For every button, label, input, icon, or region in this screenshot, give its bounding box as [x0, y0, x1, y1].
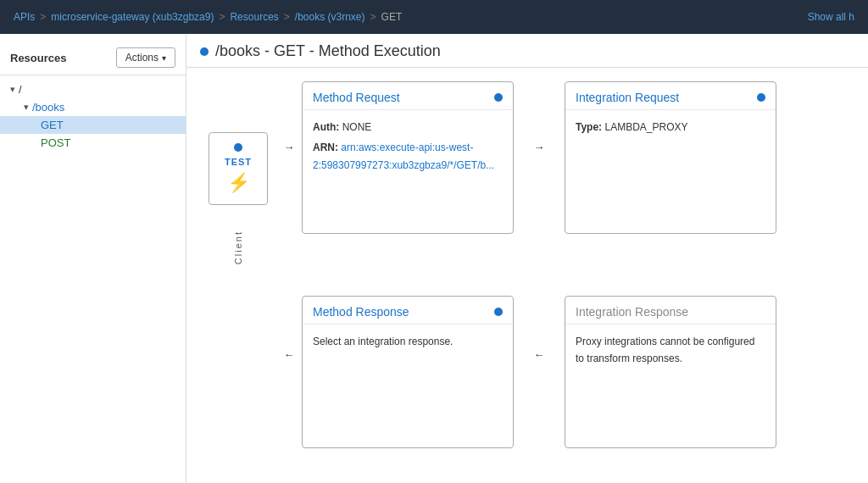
breadcrumb-gateway[interactable]: microservice-gateway (xub3zgbza9) [51, 11, 214, 23]
method-response-text: Select an integration response. [313, 336, 453, 347]
tree-item-books[interactable]: ▾ /books [0, 98, 186, 116]
auth-row: Auth: NONE [313, 119, 503, 136]
toggle-books: ▾ [24, 102, 29, 113]
method-response-dot [494, 308, 503, 316]
method-response-header: Method Response [303, 297, 513, 325]
method-request-card[interactable]: Method Request Auth: NONE ARN: arn:aws:e… [302, 81, 514, 234]
method-request-body: Auth: NONE ARN: arn:aws:execute-api:us-w… [303, 110, 513, 182]
breadcrumb-sep-3: > [284, 11, 290, 23]
main-layout: Resources Actions ▾ ▾ / ▾ /books GET POS… [0, 34, 868, 483]
method-request-header: Method Request [303, 82, 513, 110]
arrow-method-to-client: ← [276, 289, 302, 361]
breadcrumb-sep-4: > [370, 11, 376, 23]
integration-response-body: Proxy integrations cannot be configured … [565, 325, 776, 376]
type-label: Type: [576, 121, 602, 133]
tree-label-books: /books [32, 101, 64, 114]
integration-request-header: Integration Request [565, 82, 776, 110]
toggle-root: ▾ [10, 84, 15, 95]
tree-item-root[interactable]: ▾ / [0, 80, 186, 98]
right-arrow-1: → [284, 141, 295, 153]
breadcrumb-books[interactable]: /books (v3rnxe) [295, 11, 365, 23]
resource-tree: ▾ / ▾ /books GET POST [0, 75, 186, 157]
sidebar: Resources Actions ▾ ▾ / ▾ /books GET POS… [0, 34, 186, 483]
tree-label-root: / [19, 83, 22, 96]
execution-grid: TEST ⚡ Client → Method Request Auth [186, 68, 868, 483]
left-arrow-1: ← [284, 348, 295, 361]
arrow-client-to-method: → [276, 81, 302, 153]
sidebar-title: Resources [10, 52, 66, 64]
auth-label: Auth: [313, 121, 339, 133]
method-response-body: Select an integration response. [303, 325, 513, 358]
actions-label: Actions [125, 52, 159, 64]
actions-button[interactable]: Actions ▾ [116, 47, 175, 68]
client-dot [234, 143, 242, 152]
breadcrumb-apis[interactable]: APIs [14, 11, 35, 23]
content-header: /books - GET - Method Execution [186, 34, 868, 68]
left-arrow-2: ← [534, 348, 545, 361]
integration-response-header: Integration Response [565, 297, 776, 325]
integration-request-card[interactable]: Integration Request Type: LAMBDA_PROXY [565, 81, 776, 234]
auth-val: NONE [342, 121, 372, 133]
client-label: Client [233, 230, 243, 264]
method-request-title[interactable]: Method Request [313, 91, 400, 104]
tree-label-post: POST [41, 136, 70, 149]
method-response-title[interactable]: Method Response [313, 305, 409, 319]
arrow-method-to-integration: → [514, 81, 565, 153]
arrow-integration-to-method: ← [514, 289, 565, 361]
method-request-dot [494, 93, 503, 102]
page-title: /books - GET - Method Execution [215, 42, 441, 60]
breadcrumb-bar: APIs > microservice-gateway (xub3zgbza9)… [0, 0, 868, 34]
tree-item-post[interactable]: POST [0, 134, 186, 152]
right-arrow-2: → [534, 141, 545, 153]
integration-request-dot [757, 93, 765, 102]
content-area: /books - GET - Method Execution TEST ⚡ C… [186, 34, 868, 483]
header-dot [200, 47, 209, 56]
lightning-icon: ⚡ [227, 172, 250, 194]
method-response-card[interactable]: Method Response Select an integration re… [302, 296, 514, 448]
integration-response-text: Proxy integrations cannot be configured … [576, 336, 754, 364]
test-label: TEST [225, 157, 252, 167]
arn-value[interactable]: arn:aws:execute-api:us-west-2:5983079972… [313, 142, 494, 170]
arn-label: ARN: [313, 142, 338, 153]
breadcrumb-sep-2: > [219, 11, 225, 23]
tree-label-get: GET [41, 119, 64, 131]
integration-request-title[interactable]: Integration Request [576, 91, 679, 104]
show-all-button[interactable]: Show all h [808, 11, 854, 23]
arn-row: ARN: arn:aws:execute-api:us-west-2:59830… [313, 139, 503, 174]
actions-caret: ▾ [162, 53, 166, 63]
client-cell: TEST ⚡ Client [200, 81, 276, 264]
integration-response-card[interactable]: Integration Response Proxy integrations … [565, 296, 776, 448]
breadcrumb-get: GET [381, 11, 403, 23]
integration-request-body: Type: LAMBDA_PROXY [565, 110, 776, 144]
sidebar-header: Resources Actions ▾ [0, 41, 186, 75]
tree-item-get[interactable]: GET [0, 116, 186, 134]
breadcrumb-sep-1: > [40, 11, 46, 23]
client-box[interactable]: TEST ⚡ [209, 132, 268, 205]
type-val: LAMBDA_PROXY [604, 121, 687, 133]
breadcrumb: APIs > microservice-gateway (xub3zgbza9)… [14, 11, 402, 23]
mid-spacer [200, 255, 776, 272]
integration-response-title[interactable]: Integration Response [576, 305, 688, 319]
breadcrumb-resources[interactable]: Resources [230, 11, 278, 23]
